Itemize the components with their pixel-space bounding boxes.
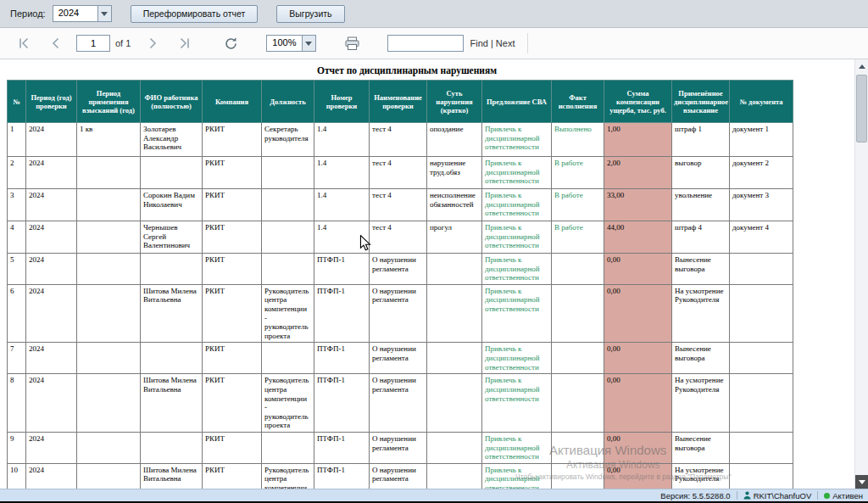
search-input[interactable]: [387, 35, 464, 52]
find-next-links[interactable]: Find | Next: [470, 38, 515, 48]
column-header: Применённое дисциплинарное взыскание: [672, 81, 730, 123]
last-page-icon: [179, 37, 191, 49]
report-table: №Период (год) проверкиПериод применения …: [7, 80, 793, 489]
table-row: 62024Шитова Милена ВитальевнаРКИТРуковод…: [8, 284, 793, 343]
table-cell: [730, 432, 793, 463]
table-cell: О нарушении регламента: [370, 374, 427, 433]
table-cell: [262, 343, 314, 374]
regenerate-report-button[interactable]: Переформировать отчет: [131, 5, 259, 23]
scrollbar-thumb[interactable]: [856, 75, 867, 143]
table-cell: Золотарев Александр Васильевич: [141, 123, 203, 157]
windows-activation-watermark: Активация Windows: [566, 459, 660, 471]
table-cell: штраф 1: [672, 123, 730, 157]
table-cell: выговор: [672, 157, 730, 189]
table-cell: Привлечь к дисциплинарной ответственност…: [482, 343, 552, 374]
table-cell: [730, 284, 793, 343]
previous-page-button[interactable]: [44, 32, 68, 54]
table-cell: Привлечь к дисциплинарной ответственност…: [482, 157, 552, 189]
table-cell: [141, 157, 203, 189]
page-number-input[interactable]: [76, 35, 110, 52]
statusbar-divider: [817, 491, 818, 500]
table-cell: 8: [8, 374, 26, 433]
chevron-down-icon[interactable]: [97, 6, 111, 21]
table-cell: Выполнено: [552, 123, 604, 157]
column-header: Предложение СВА: [482, 81, 552, 123]
table-cell: [552, 254, 604, 285]
table-cell: 2024: [26, 374, 77, 433]
table-cell: ПТФП-1: [314, 463, 370, 489]
export-button[interactable]: Выгрузить: [276, 5, 344, 23]
column-header: ФИО работника (полностью): [141, 81, 203, 123]
print-button[interactable]: [340, 32, 365, 54]
table-cell: [262, 254, 314, 285]
column-header: №: [8, 81, 26, 123]
table-cell: [262, 221, 314, 254]
table-cell: [730, 374, 793, 433]
status-dot-icon: [824, 493, 830, 499]
table-cell: 2: [8, 157, 26, 189]
column-header: Факт исполнения: [552, 81, 604, 123]
user-label: RKIT\ChanfuOV: [754, 491, 812, 500]
last-page-button[interactable]: [173, 32, 197, 54]
zoom-value: 100%: [267, 36, 301, 51]
table-cell: О нарушении регламента: [370, 432, 427, 463]
table-cell: 4: [8, 221, 26, 254]
table-cell: 10: [8, 463, 26, 489]
table-row: 52024РКИТПТФП-1О нарушении регламентаПри…: [8, 254, 793, 285]
page-count-label: of 1: [115, 38, 131, 48]
column-header: Компания: [203, 81, 262, 123]
refresh-icon: [224, 36, 238, 51]
status-label: Активен: [832, 491, 863, 500]
table-cell: РКИТ: [203, 343, 262, 374]
table-row: 42024Чернышев Сергей ВалентиновичРКИТ1.4…: [8, 221, 793, 254]
report-viewer: Отчет по дисциплинарным нарушениям №Пери…: [0, 59, 868, 489]
table-cell: документ 4: [730, 221, 793, 254]
table-cell: 2024: [26, 432, 77, 463]
table-cell: [77, 284, 141, 343]
next-page-button[interactable]: [141, 32, 164, 54]
table-cell: [141, 432, 203, 463]
table-cell: 1.4: [314, 189, 370, 221]
scroll-down-button[interactable]: [855, 475, 868, 489]
table-cell: [427, 254, 482, 285]
table-cell: [77, 189, 141, 221]
table-cell: Секретарь руководителя: [262, 123, 314, 157]
table-cell: [427, 432, 482, 463]
table-cell: РКИТ: [203, 463, 262, 489]
chevron-down-icon[interactable]: [302, 36, 315, 51]
table-cell: тест 4: [370, 123, 427, 157]
table-cell: [141, 343, 203, 374]
table-cell: [552, 284, 604, 343]
current-user: RKIT\ChanfuOV: [743, 491, 812, 500]
table-cell: ПТФП-1: [314, 374, 370, 433]
table-cell: 6: [8, 284, 26, 343]
zoom-select[interactable]: 100%: [266, 35, 315, 52]
column-header: Период (год) проверки: [26, 81, 77, 123]
table-cell: опоздание: [427, 123, 482, 157]
vertical-scrollbar[interactable]: [854, 59, 868, 489]
scroll-up-button[interactable]: [855, 59, 868, 73]
table-cell: Руководитель центра компетенции - руково…: [262, 284, 314, 343]
table-cell: 2024: [26, 221, 77, 254]
column-header: Должность: [262, 81, 314, 123]
table-cell: РКИТ: [203, 254, 262, 285]
status-bar: Версия: 5.5.5288.0 RKIT\ChanfuOV Активен: [0, 489, 868, 501]
column-header: Период применения взысканий (год): [77, 81, 141, 123]
table-cell: [730, 463, 793, 489]
table-cell: документ 2: [730, 157, 793, 189]
table-cell: [77, 343, 141, 374]
table-cell: прогул: [427, 221, 482, 254]
table-cell: документ 3: [730, 189, 793, 221]
table-cell: О нарушении регламента: [370, 463, 427, 489]
column-header: Суть нарушения (кратко): [427, 81, 482, 123]
table-cell: [77, 432, 141, 463]
period-label: Период:: [10, 8, 46, 19]
table-row: 32024Сорокин Вадим НиколаевичРКИТ1.4тест…: [8, 189, 793, 221]
chevron-left-icon: [50, 37, 62, 49]
table-cell: [730, 254, 793, 285]
first-page-button[interactable]: [12, 32, 36, 54]
windows-activation-watermark: Активация Windows: [549, 443, 666, 457]
period-select[interactable]: 2024: [53, 5, 112, 22]
first-page-icon: [18, 37, 30, 49]
refresh-button[interactable]: [219, 32, 242, 54]
